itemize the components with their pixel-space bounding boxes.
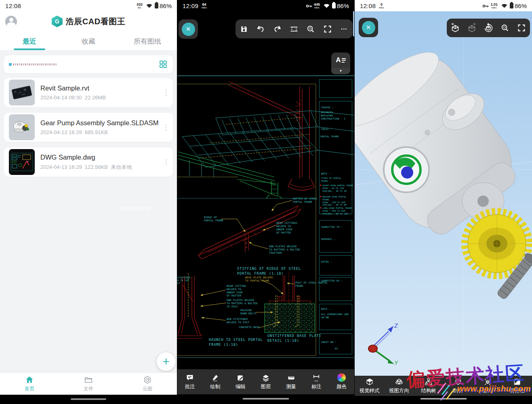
view-orientation-icon: [395, 378, 403, 386]
file-info: Revit Sample.rvt 2024-04-14 09:30 22.26M…: [40, 84, 159, 101]
file-menu-kebab-icon[interactable]: ⋮: [159, 159, 173, 166]
drawing-label: BEAM CUTTING WELDED TO UNDER SIDE OF RAF…: [227, 284, 246, 297]
redo-button[interactable]: [269, 19, 286, 38]
zoom-window-button[interactable]: [497, 19, 513, 37]
drawing-label: RIDGE OF PORTAL FRAME: [204, 216, 223, 222]
add-file-fab[interactable]: +: [157, 352, 175, 371]
drawing-label: END PLATES WELDED TO RAFTERS & BOLTED TO…: [269, 245, 300, 255]
home-icon: [25, 375, 34, 384]
file-menu-kebab-icon[interactable]: ⋮: [159, 89, 173, 96]
file-thumbnail: [9, 149, 35, 175]
tool-visual-style[interactable]: 视觉样式: [355, 376, 384, 396]
home-pill[interactable]: [71, 398, 106, 400]
model-toolbar: [447, 19, 530, 37]
nav-cloud[interactable]: 云图: [118, 373, 177, 395]
text-style-a: A: [336, 56, 341, 64]
titleblock-text: SHEET NO :: [321, 341, 336, 344]
save-icon: [240, 25, 248, 33]
titleblock-text: NOTE :: [321, 307, 330, 311]
folder-icon: [84, 375, 93, 384]
nav-files[interactable]: 文件: [59, 373, 118, 395]
detail-caption: UNSTIFFENED BASE PLATE DETAIL (1:10): [267, 334, 322, 343]
left-header-block: 12:08 332 B/s 86% G 浩辰CAD看图王: [0, 0, 177, 50]
wifi-icon: [501, 2, 507, 9]
announcement-bar[interactable]: [4, 55, 173, 73]
fullscreen-button[interactable]: [513, 19, 530, 37]
axis-triad: Z Y: [366, 320, 406, 366]
drawing-label: END PLATES WELDED TO RAFTERS & BOLTED TO…: [227, 299, 257, 308]
file-row-dwg[interactable]: DWG Sample.dwg 2024-04-13 16:29 122.56KB…: [4, 147, 173, 177]
tab-recent[interactable]: 最近: [0, 32, 59, 50]
file-row-revit[interactable]: Revit Sample.rvt 2024-04-14 09:30 22.26M…: [4, 78, 173, 107]
tab-favorites[interactable]: 收藏: [59, 32, 118, 50]
detail-caption: STIFFING AT RIDGE OF STEEL PORTAL FRAME …: [237, 267, 301, 276]
watermark-url: www.paijishu.com: [457, 384, 531, 393]
close-icon: ✕: [182, 23, 195, 36]
tool-layers[interactable]: 图层: [253, 369, 279, 394]
tool-draw[interactable]: 绘制: [203, 369, 228, 394]
tool-measure[interactable]: 测量: [278, 369, 304, 394]
view-redo-button[interactable]: [463, 19, 480, 37]
network-speed: 84 KB/s: [202, 3, 207, 9]
axis-z-label: Z: [394, 322, 398, 329]
titleblock-box: [319, 255, 352, 276]
status-bar-right: 12:08 0 KB/s 1.01 KB/s 86%: [355, 0, 532, 11]
file-menu-kebab-icon[interactable]: ⋮: [159, 124, 173, 131]
drawing-toolbar: •••: [236, 19, 353, 38]
zoom-window-button[interactable]: [303, 19, 319, 38]
tool-color[interactable]: 颜色: [329, 369, 354, 394]
avatar[interactable]: [5, 16, 17, 27]
panel-3d-viewer: 12:08 0 KB/s 1.01 KB/s 86%: [355, 0, 532, 404]
titleblock-text: PORTAL FRAME: [320, 135, 339, 138]
battery-icon: [332, 3, 336, 8]
file-row-gear-pump[interactable]: Gear Pump Assembly Sample.SLDASM 2024-04…: [4, 113, 173, 142]
bullet-marker: [320, 196, 321, 197]
drawing-label: STIFFENER D TO TOP ET: [177, 276, 191, 285]
tab-all-drawings[interactable]: 所有图纸: [118, 32, 177, 50]
model-viewport[interactable]: Z Y: [355, 11, 532, 376]
titleblock-text: REMARKS :: [321, 238, 335, 241]
watermark-text: rjshe.com: [120, 204, 150, 211]
fit-page-icon: [290, 25, 299, 34]
tool-comment[interactable]: 批注: [177, 369, 203, 394]
tool-edit[interactable]: 编辑: [228, 369, 253, 394]
close-drawing-button[interactable]: ✕: [179, 19, 198, 39]
text-style-button[interactable]: A ▼: [331, 53, 350, 74]
app-header: G 浩辰CAD看图王: [0, 11, 177, 32]
view-undo-button[interactable]: [447, 19, 463, 37]
view-undo-cube-icon: [450, 23, 460, 33]
app-logo: G 浩辰CAD看图王: [52, 16, 125, 27]
status-bar-middle: 12:09 84 KB/s 445 KB/s 86%: [177, 0, 354, 11]
ruler-icon: [287, 374, 295, 382]
nav-label: 首页: [25, 385, 34, 392]
fullscreen-button[interactable]: [319, 19, 336, 38]
titleblock-text: TYPES OF PORTAL FRAME :: [321, 177, 341, 183]
more-icon: •••: [341, 27, 347, 31]
titleblock-text: SHORT-SPAN PORTAL FRAME SPAN : UP TO 15M…: [322, 184, 353, 192]
file-info: DWG Sample.dwg 2024-04-13 16:29 122.56KB…: [40, 154, 159, 171]
zoom-window-icon: [500, 23, 509, 32]
app-title: 浩辰CAD看图王: [66, 16, 125, 27]
bullet-marker: [320, 185, 321, 186]
titleblock-text: COURSE :: [321, 106, 334, 109]
cad-canvas[interactable]: RAFTER OF STEEL PORTAL FRAME RIDGE OF PO…: [177, 75, 354, 369]
grid-view-toggle-icon[interactable]: [158, 59, 168, 69]
rotate-view-button[interactable]: [480, 19, 496, 37]
fit-page-button[interactable]: [286, 19, 302, 38]
battery-icon: [155, 3, 158, 8]
detail-caption: HAUNCH TO STEEL PORTAL FRAME (1:10): [209, 338, 263, 347]
undo-button[interactable]: [252, 19, 269, 38]
tool-dimension[interactable]: 标注: [304, 369, 329, 394]
status-bar-left: 12:08 332 B/s 86%: [0, 0, 177, 11]
battery-percent: 86%: [515, 2, 527, 9]
home-pill[interactable]: [243, 398, 289, 400]
save-button[interactable]: [236, 19, 252, 38]
nav-home[interactable]: 首页: [0, 373, 59, 395]
close-model-button[interactable]: ✕: [359, 18, 378, 37]
titleblock-text: MEDIUM-SPAN PORTAL FRAME SPAN : 15M TO 3…: [322, 196, 354, 206]
scrollbar[interactable]: [353, 11, 354, 36]
axis-y-label: Y: [394, 360, 399, 366]
expand-caret-icon[interactable]: ▼: [331, 68, 350, 74]
screen: 12:08 332 B/s 86% G 浩辰CAD看图王: [0, 0, 532, 404]
more-button[interactable]: •••: [336, 19, 353, 38]
